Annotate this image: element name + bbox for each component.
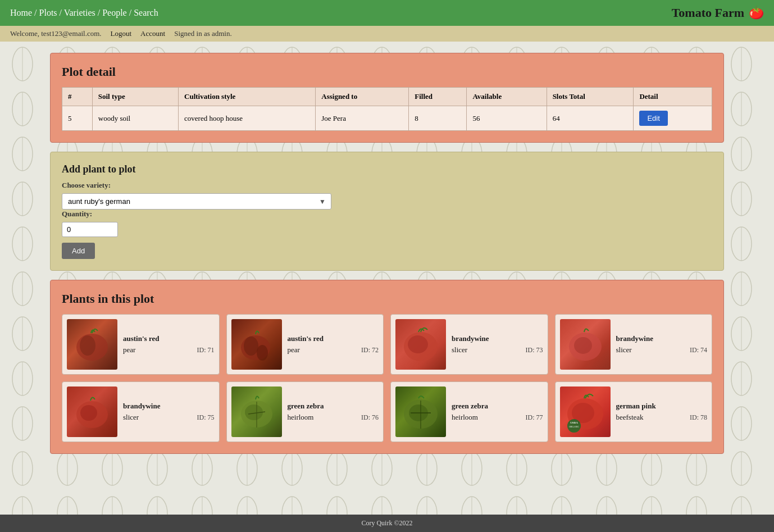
plant-info-6: green zebra heirloom ID: 76: [288, 402, 379, 422]
plant-id-3: ID: 73: [526, 346, 543, 354]
plant-variety-type-3: slicer: [452, 345, 467, 354]
plant-tomato-svg: [70, 322, 115, 367]
plant-variety-type-7: heirloom: [452, 413, 478, 422]
plot-table: # Soil type Cultivation style Assigned t…: [62, 87, 712, 131]
plant-image-8: USDA ORGANIC: [560, 387, 611, 437]
col-header-assigned: Assigned to: [316, 88, 409, 106]
plant-id-8: ID: 78: [690, 413, 707, 422]
plant-image-3: [395, 319, 446, 370]
plant-name-8: german pink: [616, 402, 708, 411]
plant-tomato-svg-5: [70, 389, 115, 434]
plant-name-2: austin's red: [288, 334, 379, 343]
col-header-slots: Slots Total: [547, 88, 634, 106]
plant-card-5: brandywine slicer ID: 75: [62, 381, 220, 442]
plant-name-1: austin's red: [123, 334, 215, 343]
add-button[interactable]: Add: [62, 243, 95, 259]
plant-variety-1: pear ID: 71: [123, 345, 215, 354]
breadcrumb-plots[interactable]: Plots: [39, 8, 57, 17]
plant-name-5: brandywine: [123, 402, 215, 411]
plants-grid: austin's red pear ID: 71: [62, 314, 712, 442]
plant-info-5: brandywine slicer ID: 75: [123, 402, 215, 422]
plant-variety-type-8: beefsteak: [616, 413, 644, 422]
cell-slots-total: 64: [547, 106, 634, 131]
plant-card-1: austin's red pear ID: 71: [62, 314, 220, 375]
plant-id-7: ID: 77: [526, 413, 543, 422]
cell-number: 5: [62, 106, 93, 131]
plants-section: Plants in this plot austin's red: [50, 280, 724, 454]
svg-point-10: [80, 405, 97, 421]
plant-card-6: green zebra heirloom ID: 76: [226, 381, 384, 442]
svg-point-4: [257, 345, 268, 361]
cell-soil-type: woody soil: [92, 106, 178, 131]
plant-id-5: ID: 75: [197, 413, 215, 422]
plant-tomato-svg-8: USDA ORGANIC: [563, 389, 608, 434]
plant-card-7: green zebra heirloom ID: 77: [390, 381, 548, 442]
plant-info-4: brandywine slicer ID: 74: [616, 334, 708, 354]
svg-point-3: [244, 337, 258, 356]
col-header-soil: Soil type: [92, 88, 178, 106]
plants-section-title: Plants in this plot: [62, 292, 712, 306]
svg-text:USDA: USDA: [570, 421, 578, 424]
plant-image-5: [67, 387, 117, 437]
plot-detail-title: Plot detail: [62, 65, 712, 79]
plant-id-1: ID: 71: [197, 346, 215, 354]
plant-image-2: [231, 319, 282, 370]
cell-available: 56: [467, 106, 547, 131]
edit-button[interactable]: Edit: [639, 111, 667, 126]
plant-name-6: green zebra: [288, 402, 379, 411]
variety-select[interactable]: aunt ruby's german brandywine green zebr…: [62, 193, 331, 210]
plant-variety-type-5: slicer: [123, 413, 139, 422]
plant-tomato-svg-6: [234, 389, 279, 434]
footer-text: Cory Quirk ©2022: [361, 519, 412, 527]
site-title-text: Tomato Farm: [672, 6, 744, 20]
plant-id-4: ID: 74: [690, 346, 707, 354]
breadcrumb-home[interactable]: Home: [10, 8, 32, 17]
plant-image-7: [395, 387, 446, 437]
svg-point-1: [80, 335, 95, 356]
plot-detail-section: Plot detail # Soil type Cultivation styl…: [50, 53, 724, 143]
plant-variety-3: slicer ID: 73: [452, 345, 543, 354]
plant-variety-type-6: heirloom: [288, 413, 314, 422]
svg-point-8: [574, 337, 592, 354]
variety-select-wrapper: aunt ruby's german brandywine green zebr…: [62, 193, 331, 210]
quantity-input[interactable]: [62, 222, 118, 237]
plant-tomato-svg-3: [398, 322, 443, 367]
plant-variety-6: heirloom ID: 76: [288, 413, 379, 422]
quantity-label: Quantity:: [62, 210, 712, 219]
main-content: Plot detail # Soil type Cultivation styl…: [50, 53, 724, 503]
breadcrumb-search[interactable]: Search: [134, 8, 158, 17]
plant-tomato-svg-2: [234, 322, 279, 367]
cell-assigned-to: Joe Pera: [316, 106, 409, 131]
plant-name-3: brandywine: [452, 334, 543, 343]
plant-tomato-svg-4: [563, 322, 608, 367]
svg-point-6: [408, 335, 428, 353]
plant-info-3: brandywine slicer ID: 73: [452, 334, 543, 354]
logout-link[interactable]: Logout: [111, 29, 132, 38]
breadcrumb-people[interactable]: People: [102, 8, 127, 17]
tomato-icon: 🍅: [749, 6, 764, 20]
col-header-filled: Filled: [409, 88, 467, 106]
plant-info-7: green zebra heirloom ID: 77: [452, 402, 543, 422]
table-row: 5 woody soil covered hoop house Joe Pera…: [62, 106, 712, 131]
plant-variety-type-4: slicer: [616, 345, 632, 354]
plant-variety-8: beefsteak ID: 78: [616, 413, 708, 422]
col-header-cultivation: Cultivation style: [179, 88, 316, 106]
svg-text:ORGANIC: ORGANIC: [568, 425, 579, 428]
signed-in-text: Signed in as admin.: [174, 29, 232, 38]
plant-image-1: [67, 319, 117, 370]
plant-card-3: brandywine slicer ID: 73: [390, 314, 548, 375]
page-background: Plot detail # Soil type Cultivation styl…: [0, 42, 774, 515]
col-header-number: #: [62, 88, 93, 106]
breadcrumb-varieties[interactable]: Varieties: [64, 8, 95, 17]
plant-image-6: [231, 387, 282, 437]
plant-info-2: austin's red pear ID: 72: [288, 334, 379, 354]
welcome-text: Welcome, test123@email.com.: [10, 29, 102, 38]
variety-label: Choose variety:: [62, 181, 712, 190]
add-plant-title: Add plant to plot: [62, 163, 712, 175]
plant-name-7: green zebra: [452, 402, 543, 411]
plant-variety-type-2: pear: [288, 345, 300, 354]
breadcrumb: Home / Plots / Varieties / People / Sear…: [10, 8, 158, 18]
plant-card-4: brandywine slicer ID: 74: [555, 314, 713, 375]
account-link[interactable]: Account: [140, 29, 165, 38]
plant-tomato-svg-7: [398, 389, 443, 434]
